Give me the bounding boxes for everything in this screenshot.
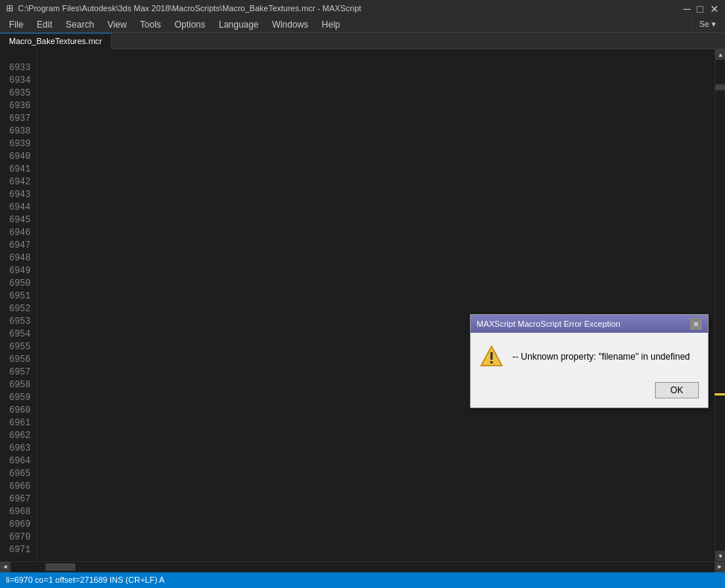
menu-edit[interactable]: Edit	[31, 18, 58, 31]
menu-bar: File Edit Search View Tools Options Lang…	[0, 16, 725, 33]
title-bar: ⊞ C:\Program Files\Autodesk\3ds Max 2018…	[0, 0, 725, 16]
scroll-thumb[interactable]	[715, 84, 725, 90]
menu-tools[interactable]: Tools	[134, 18, 167, 31]
minimize-button[interactable]: ─	[683, 4, 692, 13]
editor-container: 6933693469356936693769386939694069416942…	[0, 49, 725, 561]
menu-search[interactable]: Search	[60, 18, 100, 31]
line-number: 6944	[6, 201, 31, 214]
line-number: 6968	[6, 506, 31, 519]
line-number: 6938	[6, 125, 31, 138]
window-title: C:\Program Files\Autodesk\3ds Max 2018\M…	[18, 4, 361, 13]
scroll-right-button[interactable]: ►	[715, 562, 725, 572]
scroll-left-button[interactable]: ◄	[0, 562, 10, 572]
svg-rect-2	[491, 361, 493, 363]
line-number: 6945	[6, 214, 31, 227]
line-number: 6966	[6, 481, 31, 493]
search-button[interactable]: Se ▾	[692, 18, 722, 31]
hscroll-thumb[interactable]	[45, 563, 75, 571]
dialog-close-button[interactable]: ✕	[690, 318, 702, 330]
menu-options[interactable]: Options	[169, 18, 211, 31]
line-number: 6947	[6, 240, 31, 252]
scroll-up-button[interactable]: ▲	[715, 49, 725, 60]
line-number: 6964	[6, 455, 31, 468]
line-number: 6960	[6, 404, 31, 417]
line-number: 6963	[6, 442, 31, 455]
menu-view[interactable]: View	[101, 18, 133, 31]
right-scrollbar[interactable]: ▲ ▼	[715, 49, 725, 561]
menu-help[interactable]: Help	[316, 18, 346, 31]
title-bar-controls: ─ □ ✕	[683, 4, 719, 13]
line-number: 6937	[6, 113, 31, 125]
line-number: 6935	[6, 87, 31, 100]
maximize-button[interactable]: □	[697, 4, 706, 13]
hscroll-track[interactable]	[10, 562, 715, 572]
dialog-title-bar: MAXScript MacroScript Error Exception ✕	[471, 315, 708, 333]
tab-macro-baketextures[interactable]: Macro_BakeTextures.mcr	[0, 33, 112, 49]
line-number: 6967	[6, 493, 31, 506]
line-number: 6948	[6, 252, 31, 265]
dialog-footer: OK	[471, 378, 708, 407]
dialog-body: -- Unknown property: "filename" in undef…	[471, 333, 708, 378]
svg-rect-1	[491, 352, 493, 360]
fold-gutter-area	[37, 49, 48, 561]
bottom-scrollbar: ◄ ►	[0, 561, 725, 572]
fold-gutter	[6, 49, 31, 62]
line-number: 6941	[6, 163, 31, 176]
menu-windows[interactable]: Windows	[266, 18, 315, 31]
error-dialog: MAXScript MacroScript Error Exception ✕ …	[470, 314, 709, 408]
scroll-down-button[interactable]: ▼	[715, 551, 725, 561]
line-numbers: 6933693469356936693769386939694069416942…	[0, 49, 37, 561]
ok-button[interactable]: OK	[655, 382, 699, 398]
dialog-message: -- Unknown property: "filename" in undef…	[512, 351, 690, 362]
line-number: 6955	[6, 341, 31, 354]
line-number: 6954	[6, 328, 31, 341]
menu-file[interactable]: File	[3, 18, 29, 31]
line-number: 6934	[6, 75, 31, 87]
line-number: 6971	[6, 544, 31, 557]
scroll-track[interactable]	[715, 60, 725, 551]
error-indicator	[715, 393, 725, 395]
line-number: 6969	[6, 519, 31, 531]
menu-language[interactable]: Language	[213, 18, 264, 31]
line-number: 6952	[6, 303, 31, 316]
dialog-title: MAXScript MacroScript Error Exception	[477, 319, 621, 328]
line-num-content: 6933693469356936693769386939694069416942…	[6, 62, 31, 557]
warning-icon	[480, 345, 503, 369]
line-number: 6946	[6, 227, 31, 240]
line-number: 6956	[6, 354, 31, 366]
status-bar: li=6970 co=1 offset=271689 INS (CR+LF) A	[0, 572, 725, 588]
status-text: li=6970 co=1 offset=271689 INS (CR+LF) A	[6, 575, 165, 584]
line-number: 6965	[6, 468, 31, 481]
line-number: 6961	[6, 417, 31, 430]
line-number: 6950	[6, 278, 31, 290]
line-number: 6933	[6, 62, 31, 75]
line-number: 6943	[6, 189, 31, 201]
line-number: 6940	[6, 151, 31, 163]
line-number: 6949	[6, 265, 31, 278]
line-number: 6942	[6, 176, 31, 189]
code-area[interactable]	[48, 49, 715, 561]
line-number: 6951	[6, 290, 31, 303]
line-number: 6936	[6, 100, 31, 113]
line-number: 6970	[6, 531, 31, 544]
line-number: 6957	[6, 366, 31, 379]
line-number: 6959	[6, 392, 31, 404]
line-number: 6939	[6, 138, 31, 151]
line-number: 6953	[6, 316, 31, 328]
tab-bar: Macro_BakeTextures.mcr	[0, 33, 725, 49]
close-button[interactable]: ✕	[710, 4, 719, 13]
app-icon: ⊞	[6, 3, 13, 13]
line-number: 6962	[6, 430, 31, 442]
line-number: 6958	[6, 379, 31, 392]
title-bar-left: ⊞ C:\Program Files\Autodesk\3ds Max 2018…	[6, 3, 361, 13]
